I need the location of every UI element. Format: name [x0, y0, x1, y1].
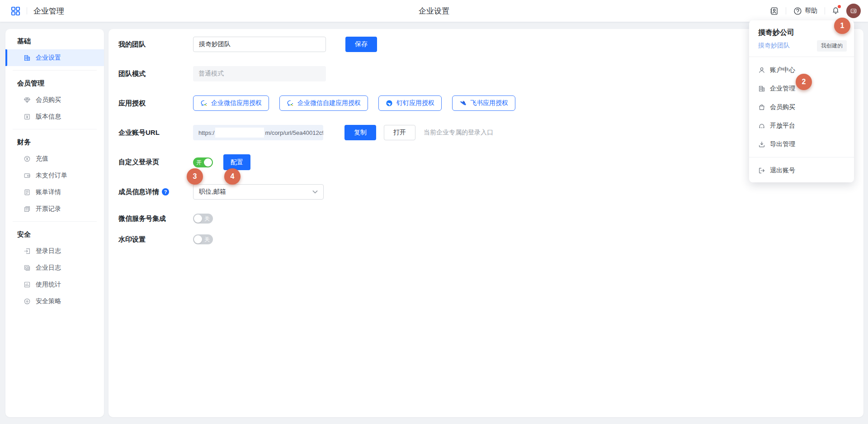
- dingtalk-icon: [386, 100, 393, 107]
- toggle-off-label: 关: [204, 234, 210, 244]
- wechat-service-toggle[interactable]: 关: [193, 214, 213, 224]
- help-label: 帮助: [805, 7, 817, 15]
- sidebar-item[interactable]: 开票记录: [5, 200, 104, 217]
- help-button[interactable]: 帮助: [793, 7, 818, 15]
- url-redacted-block: [215, 128, 264, 138]
- sidebar-item-label: 企业日志: [36, 264, 61, 272]
- contact-book-button[interactable]: [769, 7, 779, 15]
- app-auth-button[interactable]: 企业微信自建应用授权: [279, 95, 368, 111]
- account-url-label: 企业账号URL: [118, 129, 193, 137]
- current-team-row: 摸奇妙团队 我创建的: [749, 38, 854, 53]
- avatar[interactable]: [846, 4, 861, 18]
- account-menu-item[interactable]: 导出管理: [749, 135, 854, 153]
- menu-divider: [749, 157, 854, 157]
- sidebar-divider: [13, 70, 97, 71]
- question-circle-icon[interactable]: ?: [162, 188, 169, 195]
- sidebar-group-title: 财务: [5, 133, 104, 150]
- contact-book-icon: [770, 7, 778, 15]
- app-grid-icon[interactable]: [11, 6, 20, 16]
- app-auth-button[interactable]: 钉钉应用授权: [378, 95, 442, 111]
- sidebar-item-label: 安全策略: [36, 297, 61, 305]
- team-mode-label: 团队模式: [118, 70, 193, 78]
- stats-icon: [24, 281, 31, 288]
- sidebar-item[interactable]: 版本信息: [5, 108, 104, 125]
- toggle-knob: [204, 158, 212, 167]
- logout-label: 退出账号: [770, 167, 795, 175]
- sidebar-item-label: 开票记录: [36, 205, 61, 213]
- header-divider: [786, 7, 786, 14]
- policy-icon: [24, 298, 31, 305]
- account-menu-item[interactable]: 会员购买: [749, 98, 854, 116]
- invoice-icon: [24, 205, 31, 213]
- app-auth-button-label: 钉钉应用授权: [396, 99, 434, 107]
- header-right: 帮助: [769, 0, 861, 22]
- chevron-down-icon: [311, 188, 319, 195]
- app-auth-buttons: 企业微信应用授权企业微信自建应用授权钉钉应用授权飞书应用授权: [193, 95, 515, 111]
- download-icon: [758, 141, 765, 148]
- logout-icon: [758, 167, 765, 174]
- sidebar-item[interactable]: 企业设置: [5, 49, 104, 66]
- page-title: 企业设置: [419, 6, 449, 16]
- settings-sidebar: 基础企业设置会员管理会员购买版本信息财务充值未支付订单账单详情开票记录安全登录日…: [5, 29, 104, 417]
- current-team-link[interactable]: 摸奇妙团队: [758, 42, 790, 50]
- bill-icon: [24, 189, 31, 196]
- help-icon: [793, 7, 802, 15]
- logout-menu-item[interactable]: 退出账号: [749, 161, 854, 180]
- app-auth-button-label: 企业微信应用授权: [211, 99, 262, 107]
- sidebar-item-label: 企业设置: [36, 54, 61, 62]
- sidebar-item[interactable]: 充值: [5, 150, 104, 167]
- sidebar-item[interactable]: 使用统计: [5, 276, 104, 293]
- account-menu-item[interactable]: 开放平台: [749, 116, 854, 135]
- user-icon: [758, 67, 765, 74]
- copy-url-button[interactable]: 复制: [344, 125, 376, 140]
- app-auth-button-label: 企业微信自建应用授权: [297, 99, 361, 107]
- app-auth-button[interactable]: 飞书应用授权: [452, 95, 515, 111]
- header-divider: [825, 7, 825, 14]
- bag-icon: [758, 104, 765, 111]
- team-mode-value: 普通模式: [193, 66, 326, 81]
- team-owner-tag: 我创建的: [817, 40, 847, 52]
- recharge-icon: [24, 155, 31, 162]
- wecom-icon: [287, 100, 294, 107]
- account-menu-item-label: 账户中心: [770, 66, 795, 74]
- sidebar-item[interactable]: 登录日志: [5, 243, 104, 259]
- account-menu-item-label: 企业管理: [770, 85, 795, 93]
- open-url-button[interactable]: 打开: [384, 125, 415, 140]
- app-auth-button-label: 飞书应用授权: [470, 99, 508, 107]
- wallet-icon: [24, 172, 31, 179]
- member-info-select[interactable]: 职位,邮箱: [193, 184, 324, 200]
- sidebar-item[interactable]: 未支付订单: [5, 167, 104, 184]
- sidebar-item[interactable]: 企业日志: [5, 259, 104, 276]
- gem-icon: [24, 96, 31, 104]
- sidebar-item[interactable]: 安全策略: [5, 293, 104, 310]
- watermark-toggle[interactable]: 关: [193, 234, 213, 244]
- member-info-row: 成员信息详情 ? 职位,邮箱: [118, 184, 863, 200]
- app-auth-button[interactable]: 企业微信应用授权: [193, 95, 269, 111]
- header-left: 企业管理: [0, 6, 64, 16]
- toggle-on-label: 开: [196, 157, 202, 167]
- sidebar-item[interactable]: 账单详情: [5, 184, 104, 200]
- member-info-label-text: 成员信息详情: [118, 188, 159, 196]
- sidebar-item[interactable]: 会员购买: [5, 91, 104, 108]
- save-button[interactable]: 保存: [345, 37, 377, 52]
- feishu-icon: [459, 100, 467, 107]
- toggle-off-label: 关: [204, 214, 210, 224]
- team-name-input[interactable]: [193, 37, 326, 52]
- top-header: 企业管理 企业设置 帮助: [0, 0, 868, 22]
- wechat-service-label: 微信服务号集成: [118, 214, 193, 223]
- sidebar-divider: [13, 221, 97, 222]
- notifications-button[interactable]: [831, 6, 840, 16]
- building-icon: [24, 54, 31, 62]
- configure-button[interactable]: 配置: [223, 154, 250, 170]
- sidebar-group-title: 会员管理: [5, 75, 104, 91]
- url-prefix: https:/: [198, 129, 214, 136]
- member-info-select-value: 职位,邮箱: [199, 188, 226, 196]
- sidebar-item-label: 充值: [36, 155, 48, 163]
- url-suffix: m/corp/url/5ea40012c956...: [265, 129, 323, 136]
- custom-login-toggle[interactable]: 开: [193, 157, 213, 167]
- account-url-hint: 当前企业专属的登录入口: [424, 129, 493, 137]
- wechat-service-row: 微信服务号集成 关: [118, 214, 863, 224]
- watermark-row: 水印设置 关: [118, 234, 863, 244]
- sidebar-item-label: 账单详情: [36, 188, 61, 196]
- sidebar-item-label: 登录日志: [36, 247, 61, 255]
